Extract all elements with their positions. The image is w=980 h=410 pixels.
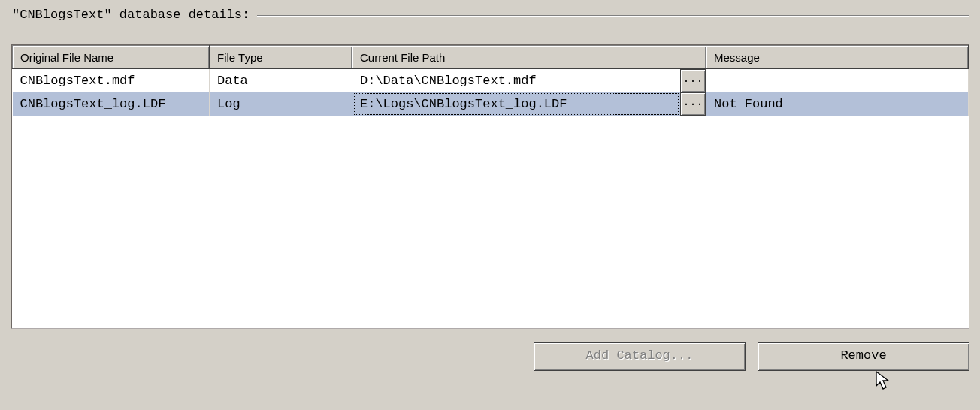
path-text: E:\Logs\CNBlogsText_log.LDF: [360, 97, 567, 111]
add-catalog-button: Add Catalog...: [534, 342, 746, 371]
browse-button[interactable]: ...: [680, 92, 706, 116]
table-row[interactable]: CNBlogsText.mdf Data D:\Data\CNBlogsText…: [13, 69, 969, 93]
cell-message[interactable]: Not Found: [706, 92, 969, 116]
group-rule: [257, 15, 969, 17]
cell-file-type[interactable]: Data: [210, 69, 352, 93]
cursor-icon: [876, 371, 891, 392]
cell-current-file-path[interactable]: E:\Logs\CNBlogsText_log.LDF ...: [352, 92, 706, 116]
database-details-grid[interactable]: Original File Name File Type Current Fil…: [11, 44, 969, 329]
cell-original-file-name[interactable]: CNBlogsText_log.LDF: [13, 92, 210, 116]
cell-message[interactable]: [706, 69, 969, 93]
cell-original-file-name[interactable]: CNBlogsText.mdf: [13, 69, 210, 93]
remove-button[interactable]: Remove: [758, 342, 969, 371]
table-header-row: Original File Name File Type Current Fil…: [13, 46, 969, 69]
group-frame: "CNBlogsText" database details:: [9, 8, 969, 22]
button-bar: Add Catalog... Remove: [0, 342, 971, 371]
details-table: Original File Name File Type Current Fil…: [12, 45, 969, 116]
col-original-file-name[interactable]: Original File Name: [13, 46, 210, 69]
group-header: "CNBlogsText" database details:: [9, 8, 969, 22]
cell-file-type[interactable]: Log: [210, 92, 352, 116]
cell-current-file-path[interactable]: D:\Data\CNBlogsText.mdf ...: [352, 69, 706, 93]
col-current-file-path[interactable]: Current File Path: [352, 46, 706, 69]
path-text: D:\Data\CNBlogsText.mdf: [360, 74, 537, 88]
table-row[interactable]: CNBlogsText_log.LDF Log E:\Logs\CNBlogsT…: [13, 92, 969, 116]
browse-button[interactable]: ...: [680, 69, 706, 92]
group-legend: "CNBlogsText" database details:: [9, 8, 253, 22]
col-file-type[interactable]: File Type: [210, 46, 352, 69]
col-message[interactable]: Message: [706, 46, 969, 69]
